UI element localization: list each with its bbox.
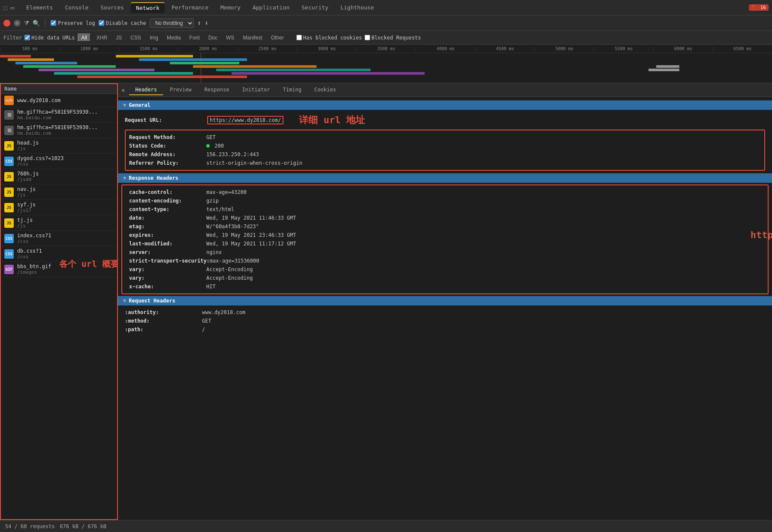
rh-cache-control: cache-control: max-age=43200	[129, 188, 761, 196]
filter-type-media[interactable]: Media	[164, 34, 184, 41]
reqh-path: :path: /	[125, 325, 765, 334]
status-code-value: 200	[206, 143, 224, 149]
preserve-log-checkbox[interactable]: Preserve log	[51, 20, 95, 26]
tab-lighthouse[interactable]: Lighthouse	[335, 3, 379, 12]
rh-vary-1-key: vary:	[129, 266, 206, 272]
tab-network[interactable]: Network	[131, 2, 165, 13]
general-section-body: Request URL: https://www.dy2018.com/ 详细 …	[118, 110, 772, 173]
file-item-info-11: bbs_btn.gif /images	[17, 263, 114, 275]
tab-security[interactable]: Security	[296, 3, 334, 12]
file-item-info-0: www.dy2018.com	[17, 97, 114, 103]
hide-data-urls-checkbox[interactable]: Hide data URLs	[24, 35, 75, 41]
remote-address-row: Remote Address: 156.233.250.2:443	[129, 150, 761, 159]
waterfall-chart	[0, 53, 772, 83]
tab-performance[interactable]: Performance	[166, 3, 214, 12]
disable-cache-input[interactable]	[99, 20, 104, 26]
tab-elements[interactable]: Elements	[21, 3, 58, 12]
tick-9: 5000 ms	[534, 46, 594, 51]
divider-1	[45, 19, 45, 27]
rh-server-key: server:	[129, 249, 206, 255]
filter-type-ws[interactable]: WS	[223, 34, 237, 41]
rh-date-value: Wed, 19 May 2021 11:46:33 GMT	[206, 215, 296, 221]
upload-icon[interactable]: ⬆	[197, 19, 201, 27]
bar-2	[8, 58, 54, 61]
tab-headers[interactable]: Headers	[129, 85, 163, 95]
annotation-url-detail: 详细 url 地址	[299, 114, 365, 127]
tab-preview[interactable]: Preview	[164, 85, 198, 95]
file-icon-img-1: 🖼	[4, 110, 14, 120]
file-item-name-3: head.js	[17, 140, 114, 146]
tab-console[interactable]: Console	[60, 3, 94, 12]
tab-response[interactable]: Response	[199, 85, 235, 95]
file-item-9[interactable]: CSS index.css?1 /css	[1, 231, 117, 246]
disable-cache-checkbox[interactable]: Disable cache	[99, 20, 146, 26]
response-headers-section-header[interactable]: ▼ Response Headers	[118, 173, 772, 183]
file-item-1[interactable]: 🖼 hm.gif?hca=F581E9F53930... hm.baidu.co…	[1, 107, 117, 123]
device-icon[interactable]: ▭	[10, 4, 14, 11]
file-item-11[interactable]: GIF bbs_btn.gif /images	[1, 262, 117, 277]
filter-button[interactable]: ⧩	[24, 19, 29, 27]
file-item-2[interactable]: 🖼 hm.gif?hca=F581E9F53930... hm.baidu.co…	[1, 123, 117, 138]
request-headers-section-header[interactable]: ▼ Request Headers	[118, 296, 772, 305]
throttle-select[interactable]: No throttling Fast 3G Slow 3G Offline	[150, 18, 194, 28]
rh-expires-value: Wed, 19 May 2021 23:46:33 GMT	[206, 232, 296, 238]
rh-vary-1: vary: Accept-Encoding	[129, 265, 761, 274]
tab-timing[interactable]: Timing	[277, 85, 307, 95]
filter-type-js[interactable]: JS	[113, 34, 125, 41]
filter-type-font[interactable]: Font	[187, 34, 203, 41]
file-item-info-2: hm.gif?hca=F581E9F53930... hm.baidu.com	[17, 124, 114, 136]
file-icon-html-0: </>	[4, 96, 14, 105]
bar-10	[170, 62, 239, 64]
filter-type-other[interactable]: Other	[268, 34, 287, 41]
file-item-4[interactable]: CSS dygod.css?=1023 /css	[1, 154, 117, 169]
transfer-size: 676 kB / 676 kB	[60, 523, 106, 529]
request-method-row: Request Method: GET	[129, 133, 761, 142]
file-item-6[interactable]: JS nav.js /js	[1, 184, 117, 200]
tab-sources[interactable]: Sources	[95, 3, 129, 12]
rh-cache-control-key: cache-control:	[129, 189, 206, 195]
tab-cookies[interactable]: Cookies	[308, 85, 342, 95]
bar-4	[23, 65, 116, 68]
blocked-requests-checkbox[interactable]: Blocked Requests	[365, 35, 421, 41]
bar-right-2	[648, 69, 679, 71]
tab-initiator[interactable]: Initiator	[236, 85, 276, 95]
blocked-requests-label: Blocked Requests	[371, 35, 421, 41]
file-item-0[interactable]: </> www.dy2018.com	[1, 94, 117, 107]
file-item-10[interactable]: CSS db.css?1 /css	[1, 246, 117, 262]
file-item-7[interactable]: JS syf.js /js17	[1, 200, 117, 215]
file-item-8[interactable]: JS tj.js /js	[1, 215, 117, 231]
filter-type-img[interactable]: Img	[147, 34, 161, 41]
filter-type-xhr[interactable]: XHR	[93, 34, 110, 41]
reqh-authority-key: :authority:	[125, 309, 202, 315]
file-item-3[interactable]: JS head.js /js	[1, 138, 117, 154]
hide-data-urls-input[interactable]	[24, 35, 30, 40]
file-item-path-1: hm.baidu.com	[17, 115, 114, 121]
file-item-path-6: /js	[17, 192, 114, 198]
file-icon-css-9: CSS	[4, 234, 14, 243]
referrer-policy-row: Referrer Policy: strict-origin-when-cros…	[129, 159, 761, 167]
rh-vary-2-value: Accept-Encoding	[206, 275, 253, 281]
stop-button[interactable]: ⊘	[14, 20, 21, 27]
filter-type-manifest[interactable]: Manifest	[240, 34, 265, 41]
file-item-5[interactable]: JS 760h.js /jsdd	[1, 169, 117, 184]
has-blocked-cookies-checkbox[interactable]: Has blocked cookies	[296, 35, 362, 41]
rh-expires: expires: Wed, 19 May 2021 23:46:33 GMT	[129, 231, 761, 239]
detail-close-button[interactable]: ✕	[121, 87, 125, 94]
filter-type-css[interactable]: CSS	[127, 34, 144, 41]
blocked-requests-input[interactable]	[365, 35, 370, 40]
tick-12: 6500 ms	[713, 46, 772, 51]
download-icon[interactable]: ⬇	[205, 19, 208, 27]
tab-application[interactable]: Application	[247, 3, 295, 12]
bar-3	[15, 62, 77, 64]
cursor-icon[interactable]: ⬚	[3, 4, 7, 11]
general-header-label: General	[129, 102, 151, 108]
preserve-log-input[interactable]	[51, 20, 56, 26]
record-button[interactable]	[3, 20, 10, 27]
filter-type-doc[interactable]: Doc	[205, 34, 220, 41]
tick-0: 500 ms	[0, 46, 59, 51]
search-button[interactable]: 🔍	[33, 20, 40, 27]
tab-memory[interactable]: Memory	[215, 3, 246, 12]
has-blocked-cookies-input[interactable]	[296, 35, 302, 40]
filter-type-all-button[interactable]: All	[78, 33, 91, 42]
general-section-header[interactable]: ▼ General	[118, 100, 772, 110]
